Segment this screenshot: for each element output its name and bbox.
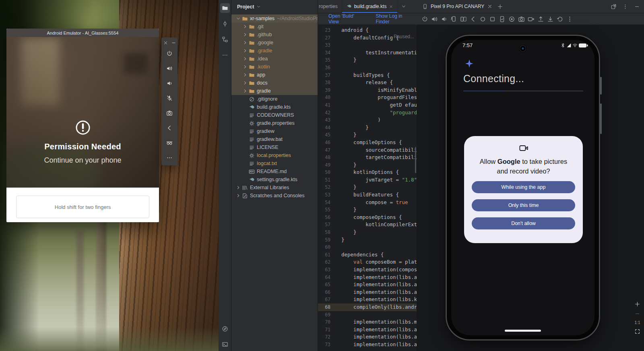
home-icon[interactable] xyxy=(479,16,486,23)
chevron-right-icon[interactable] xyxy=(242,56,248,62)
chevron-right-icon[interactable] xyxy=(235,185,241,190)
phone-screen[interactable]: 7:57 Connecting... xyxy=(451,40,594,335)
tree-item-build-gradle-kts[interactable]: build.gradle.kts xyxy=(231,103,318,111)
more-h-icon[interactable] xyxy=(220,50,230,60)
camera-icon[interactable] xyxy=(518,16,525,23)
fold-icon[interactable] xyxy=(460,16,467,23)
terminal-icon[interactable] xyxy=(220,340,230,349)
tree-item-idea[interactable]: .idea xyxy=(231,55,318,63)
tree-item-gradlew[interactable]: gradlew xyxy=(231,127,318,135)
close-tab-icon[interactable] xyxy=(389,4,393,9)
kebab-icon[interactable] xyxy=(566,16,573,23)
tree-item-github[interactable]: .github xyxy=(231,31,318,39)
code-text: "proguard-ru xyxy=(336,109,417,117)
chevron-right-icon[interactable] xyxy=(242,48,248,54)
permission-button-while-using-the-app[interactable]: While using the app xyxy=(472,181,575,193)
download-icon[interactable] xyxy=(547,16,554,23)
snapshot-icon[interactable] xyxy=(557,16,564,23)
zoom-ratio[interactable]: 1:1 xyxy=(635,320,640,325)
camera-icon[interactable] xyxy=(166,110,173,116)
line-number: 56 xyxy=(318,214,336,221)
volume-up-icon[interactable] xyxy=(431,16,438,23)
chevron-right-icon[interactable] xyxy=(242,32,248,37)
chevron-right-icon[interactable] xyxy=(235,193,241,198)
power-icon[interactable] xyxy=(166,50,173,57)
tree-item-codeowners[interactable]: CODEOWNERS xyxy=(231,111,318,119)
chevron-down-icon[interactable] xyxy=(256,4,261,9)
tree-item-readme-md[interactable]: README.md xyxy=(231,167,318,176)
tree-item-google[interactable]: .google xyxy=(231,39,318,47)
chevron-down-icon[interactable] xyxy=(235,16,241,21)
tree-item-gradle-properties[interactable]: gradle.properties xyxy=(231,119,318,127)
permission-button-only-this-time[interactable]: Only this time xyxy=(472,199,575,211)
banner-link-open-build-view[interactable]: Open 'Build' View xyxy=(328,13,365,25)
volume-up-icon[interactable] xyxy=(166,65,173,72)
mic-off-icon[interactable] xyxy=(166,95,173,101)
glasses-icon[interactable] xyxy=(166,140,173,146)
edit-circle-icon[interactable] xyxy=(220,324,230,334)
editor[interactable]: 23android {27 defaultConfig {3334 testIn… xyxy=(318,25,417,351)
tab-build-gradle-kts[interactable]: build.gradle.kts xyxy=(342,0,398,13)
tree-item-docs[interactable]: docs xyxy=(231,79,318,87)
chevron-right-icon[interactable] xyxy=(242,24,248,29)
add-device-tab-icon[interactable] xyxy=(497,4,503,10)
open-in-window-icon[interactable] xyxy=(611,4,617,10)
close-icon[interactable] xyxy=(163,40,168,45)
screenshot-icon[interactable] xyxy=(499,16,506,23)
tab-gradle-properties[interactable]: roperties xyxy=(318,0,342,13)
hidden-tabs-chevron-icon[interactable] xyxy=(401,4,407,9)
tree-item-gradlew-bat[interactable]: gradlew.bat xyxy=(231,135,318,143)
structure-icon[interactable] xyxy=(220,35,230,44)
tree-item-logcat-txt[interactable]: logcat.txt xyxy=(231,159,318,167)
code-line-49: 49 } xyxy=(318,161,417,169)
minimize-icon[interactable] xyxy=(171,40,176,45)
tree-item-external-libraries[interactable]: External Libraries xyxy=(231,184,318,192)
tree-item-gradle[interactable]: gradle xyxy=(231,87,318,95)
device-tab-pixel-9-pro[interactable]: Pixel 9 Pro API CANARY xyxy=(421,0,493,13)
volume-down-icon[interactable] xyxy=(166,80,173,87)
folder-icon[interactable] xyxy=(220,3,230,13)
tree-item-scratches-and-consoles[interactable]: Scratches and Consoles xyxy=(231,192,318,200)
more-h-icon[interactable] xyxy=(166,155,173,161)
video-icon[interactable] xyxy=(528,16,535,23)
tree-item-path: ~/AndroidStudioProj xyxy=(277,16,318,21)
project-panel-title[interactable]: Project xyxy=(237,4,254,10)
rotate-icon[interactable] xyxy=(450,16,457,23)
tree-item-app[interactable]: app xyxy=(231,71,318,79)
chevron-right-icon[interactable] xyxy=(242,40,248,45)
tree-item-license[interactable]: LICENSE xyxy=(231,143,318,151)
chevron-right-icon[interactable] xyxy=(242,88,248,94)
chevron-right-icon[interactable] xyxy=(242,72,248,78)
banner-link-show-log-in-finder[interactable]: Show Log in Finder xyxy=(376,13,417,25)
tree-item-kotlin[interactable]: .kotlin xyxy=(231,63,318,71)
back-icon[interactable] xyxy=(470,16,477,23)
chevron-right-icon[interactable] xyxy=(242,64,248,70)
zoom-out-icon[interactable] xyxy=(634,311,640,317)
power-icon[interactable] xyxy=(421,16,428,23)
volume-down-icon[interactable] xyxy=(441,16,448,23)
zoom-in-icon[interactable] xyxy=(634,301,640,307)
back-icon[interactable] xyxy=(166,125,173,131)
tree-item-local-properties[interactable]: local.properties xyxy=(231,151,318,159)
tree-item-gitignore[interactable]: .gitignore xyxy=(231,95,318,103)
overview-icon[interactable] xyxy=(489,16,496,23)
more-options-icon[interactable] xyxy=(622,4,628,10)
code-line-70: 70 implementation(libs.mate xyxy=(318,318,417,326)
hide-panel-icon[interactable] xyxy=(634,4,640,10)
upload-icon[interactable] xyxy=(537,16,544,23)
chevron-right-icon[interactable] xyxy=(242,80,248,86)
editor-scrollbar[interactable] xyxy=(415,147,416,173)
permission-button-don-t-allow[interactable]: Don't allow xyxy=(472,217,575,229)
tree-item-xr-samples[interactable]: xr-samples~/AndroidStudioProj xyxy=(231,14,318,23)
tree-item-git[interactable]: .git xyxy=(231,23,318,31)
emulator-screen[interactable]: Permission Needed Continue on your phone xyxy=(6,37,159,188)
tab-label: roperties xyxy=(319,4,338,9)
tree-item-gradle[interactable]: .gradle xyxy=(231,47,318,55)
tree-item-settings-gradle-kts[interactable]: settings.gradle.kts xyxy=(231,176,318,184)
navigation-pill[interactable] xyxy=(505,330,541,332)
commit-icon[interactable] xyxy=(220,19,230,29)
close-device-tab-icon[interactable] xyxy=(487,4,493,9)
screen-record-icon[interactable] xyxy=(508,16,515,23)
chevron-spacer xyxy=(242,145,248,150)
fit-screen-icon[interactable] xyxy=(634,328,640,334)
